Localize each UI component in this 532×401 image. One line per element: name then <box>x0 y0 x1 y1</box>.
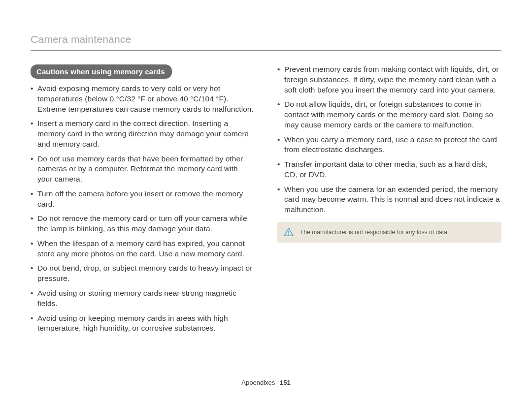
right-column: Prevent memory cards from making contact… <box>277 64 501 338</box>
callout-note: The manufacturer is not responsible for … <box>277 222 501 243</box>
cautions-list-right: Prevent memory cards from making contact… <box>277 64 501 215</box>
list-item: Avoid exposing memory cards to very cold… <box>31 84 255 114</box>
list-item: Do not remove the memory card or turn of… <box>31 214 255 234</box>
list-item: Prevent memory cards from making contact… <box>277 64 501 95</box>
footer-label: Appendixes <box>241 379 275 386</box>
page: Camera maintenance Cautions when using m… <box>0 0 532 338</box>
list-item: Insert a memory card in the correct dire… <box>31 119 255 149</box>
list-item: Do not bend, drop, or subject memory car… <box>31 263 255 284</box>
list-item: When you use the camera for an extended … <box>277 185 501 215</box>
columns: Cautions when using memory cards Avoid e… <box>31 64 501 338</box>
list-item: Avoid using or keeping memory cards in a… <box>31 313 255 334</box>
footer-page-number: 151 <box>280 379 291 386</box>
svg-point-1 <box>288 234 289 235</box>
list-item: Turn off the camera before you insert or… <box>31 189 255 210</box>
alert-icon <box>283 227 294 238</box>
list-item: When you carry a memory card, use a case… <box>277 135 501 155</box>
cautions-list-left: Avoid exposing memory cards to very cold… <box>31 84 255 334</box>
callout-text: The manufacturer is not responsible for … <box>300 229 449 236</box>
page-title: Camera maintenance <box>31 33 501 51</box>
list-item: Do not use memory cards that have been f… <box>31 154 255 185</box>
list-item: Transfer important data to other media, … <box>277 159 501 180</box>
list-item: Avoid using or storing memory cards near… <box>31 288 255 309</box>
section-heading-pill: Cautions when using memory cards <box>31 64 172 79</box>
list-item: When the lifespan of a memory card has e… <box>31 239 255 259</box>
left-column: Cautions when using memory cards Avoid e… <box>31 64 255 338</box>
list-item: Do not allow liquids, dirt, or foreign s… <box>277 99 501 130</box>
page-footer: Appendixes 151 <box>0 379 532 386</box>
